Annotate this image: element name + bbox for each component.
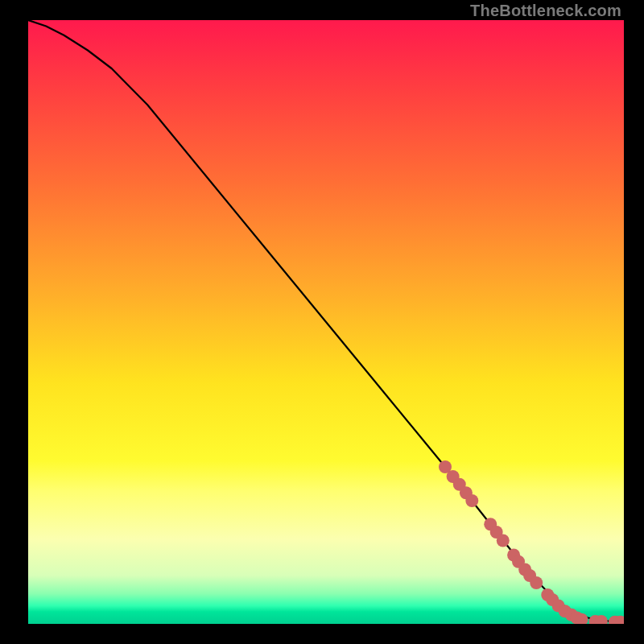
markers-group [439,460,624,624]
chart-frame: TheBottleneck.com [0,0,644,644]
marker-point [530,576,543,589]
bottleneck-curve-line [28,20,624,622]
marker-point [465,494,478,507]
attribution-text: TheBottleneck.com [470,2,621,20]
curve-svg [28,20,624,624]
plot-area [28,20,624,624]
marker-point [497,535,510,547]
